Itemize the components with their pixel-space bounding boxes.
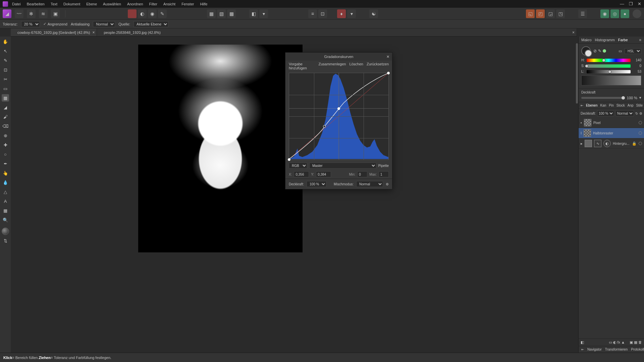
color-format-icon[interactable]: ▭ <box>619 49 622 53</box>
layer-blend-select[interactable]: Normal <box>615 110 634 116</box>
curve-point[interactable] <box>323 125 326 128</box>
curve-point[interactable] <box>387 72 390 74</box>
color-model-select[interactable]: HSL <box>625 48 641 54</box>
source-select[interactable]: Aktuelle Ebene <box>133 21 168 27</box>
master-select[interactable]: Master <box>309 163 376 169</box>
opacity-dropdown-icon[interactable]: ▾ <box>639 96 641 100</box>
quickmask-icon[interactable]: ◧ <box>249 9 258 18</box>
heal-tool-icon[interactable]: ✚ <box>2 141 9 148</box>
tab-kan[interactable]: Kan <box>600 104 606 107</box>
eyedropper-icon[interactable]: ✎ <box>598 49 601 53</box>
tab-stile[interactable]: Stile <box>636 104 643 107</box>
foreground-color-swatch[interactable] <box>2 228 9 235</box>
tolerance-input[interactable]: 20 % <box>21 21 40 27</box>
panel-menu-icon[interactable]: ≡ <box>639 38 641 42</box>
select-all-icon[interactable]: ▩ <box>227 9 236 18</box>
menu-datei[interactable]: Datei <box>12 2 21 6</box>
text-tool-icon[interactable]: A <box>2 197 9 205</box>
vr-icon[interactable]: ☯ <box>369 9 378 18</box>
menu-bearbeiten[interactable]: Bearbeiten <box>27 2 45 6</box>
merge-button[interactable]: Zusammenlegen <box>318 62 346 70</box>
menu-anordnen[interactable]: Anordnen <box>127 2 143 6</box>
antialias-checkbox[interactable]: Antialiasing <box>71 22 90 26</box>
persona-liquify-icon[interactable]: 〰 <box>15 9 23 18</box>
layer-expand-icon[interactable]: ▸ <box>581 141 583 146</box>
layer-visibility-icon[interactable] <box>639 142 642 145</box>
select-dashed-icon[interactable]: ▦ <box>207 9 216 18</box>
account-avatar[interactable] <box>633 9 641 18</box>
align-icon[interactable]: ≡ <box>308 9 317 18</box>
persona-photo-icon[interactable]: ◢ <box>3 9 11 18</box>
crop-icon[interactable]: ⊡ <box>318 9 327 18</box>
close-icon[interactable]: ✕ <box>638 1 641 6</box>
dialog-close-icon[interactable]: ✕ <box>386 55 389 59</box>
color-well[interactable] <box>581 46 591 56</box>
tab-pin[interactable]: Pin <box>609 104 613 107</box>
hue-value[interactable]: 140 <box>633 58 641 62</box>
hue-slider[interactable] <box>587 59 631 62</box>
swatch-red-icon[interactable] <box>128 9 137 18</box>
layer-row[interactable]: I Halbtonraster <box>579 128 644 138</box>
pen-tool-icon[interactable]: ✒ <box>2 160 9 167</box>
dlg-blend-select[interactable]: Normal <box>356 181 383 187</box>
max-input[interactable] <box>379 171 389 177</box>
brush-tool-icon[interactable]: 🖌 <box>2 113 9 120</box>
dialog-titlebar[interactable]: Gradationskurven ✕ <box>285 53 392 61</box>
lightness-slider[interactable] <box>587 70 631 73</box>
color-picker-tool-icon[interactable]: ✎ <box>2 57 9 64</box>
reset-button[interactable]: Zurücksetzen <box>367 62 389 70</box>
tab-makro[interactable]: Makro <box>581 38 592 42</box>
x-input[interactable] <box>294 171 309 177</box>
tab-navigator[interactable]: Navigator <box>587 348 602 351</box>
vertical-scrollbar[interactable] <box>576 37 578 353</box>
tab-ebenen[interactable]: Ebenen <box>586 104 597 107</box>
sat-value[interactable]: 0 <box>633 64 641 68</box>
opacity-value[interactable]: 100 % <box>627 96 637 100</box>
add-mask-icon[interactable]: ▭ <box>609 340 612 345</box>
gradient-tool-icon[interactable]: ◢ <box>2 104 9 111</box>
align-panel-icon[interactable]: ☰ <box>578 9 587 18</box>
selection-brush-icon[interactable]: ✂ <box>2 75 9 83</box>
min-input[interactable] <box>357 171 367 177</box>
menu-filter[interactable]: Filter <box>149 2 157 6</box>
add-adjustment-icon[interactable]: ◐ <box>613 340 616 345</box>
y-input[interactable] <box>316 171 331 177</box>
tab-histogramm[interactable]: Histogramm <box>595 38 615 42</box>
layer-settings-icon[interactable]: ⚙ <box>639 112 642 115</box>
lig-value[interactable]: 53 <box>633 70 641 73</box>
sync-2-icon[interactable]: ◎ <box>610 9 619 18</box>
no-color-icon[interactable]: ⊘ <box>593 49 597 53</box>
layer-mask-icon[interactable]: ◧ <box>581 340 584 345</box>
delete-layer-icon[interactable]: 🗑 <box>638 340 642 345</box>
shapes-tool-icon[interactable]: △ <box>2 188 9 195</box>
maximize-icon[interactable]: ❐ <box>629 1 633 6</box>
persona-tone-icon[interactable]: ≋ <box>39 9 48 18</box>
mask-icon[interactable]: ◐ <box>138 9 147 18</box>
hand-tool-icon[interactable]: ✋ <box>2 38 9 45</box>
persona-develop-icon[interactable]: ✻ <box>27 9 36 18</box>
menu-fenster[interactable]: Fenster <box>181 2 194 6</box>
opacity-slider[interactable] <box>581 97 625 99</box>
tab-close-icon[interactable]: × <box>572 30 575 35</box>
curve-point[interactable] <box>337 107 340 110</box>
clone-tool-icon[interactable]: ⊕ <box>2 132 9 139</box>
tab-transformieren[interactable]: Transformieren <box>605 348 628 351</box>
select-none-icon[interactable]: ▧ <box>217 9 226 18</box>
erase-tool-icon[interactable]: ⌫ <box>2 122 9 130</box>
menu-hilfe[interactable]: Hilfe <box>200 2 207 6</box>
gear-icon[interactable]: ⚙ <box>386 182 389 186</box>
menu-text[interactable]: Text <box>51 2 57 6</box>
crop-tool-icon[interactable]: ⊡ <box>2 66 9 73</box>
layer-visibility-icon[interactable] <box>639 131 642 135</box>
flood-fill-tool-icon[interactable]: ▦ <box>2 94 9 102</box>
curve-point[interactable] <box>288 158 290 161</box>
assistant-dropdown-icon[interactable]: ▾ <box>347 9 356 18</box>
marquee-tool-icon[interactable]: ▭ <box>2 85 9 92</box>
saturation-slider[interactable] <box>587 64 631 68</box>
dlg-opacity-select[interactable]: 100 % <box>307 181 326 187</box>
add-layer-icon[interactable]: ▦ <box>634 340 637 345</box>
menu-ebene[interactable]: Ebene <box>86 2 97 6</box>
blend-mode-select[interactable]: Normal <box>93 21 115 27</box>
tab-anp[interactable]: Anp <box>628 104 634 107</box>
arrange-back-icon[interactable]: ◱ <box>526 9 535 18</box>
